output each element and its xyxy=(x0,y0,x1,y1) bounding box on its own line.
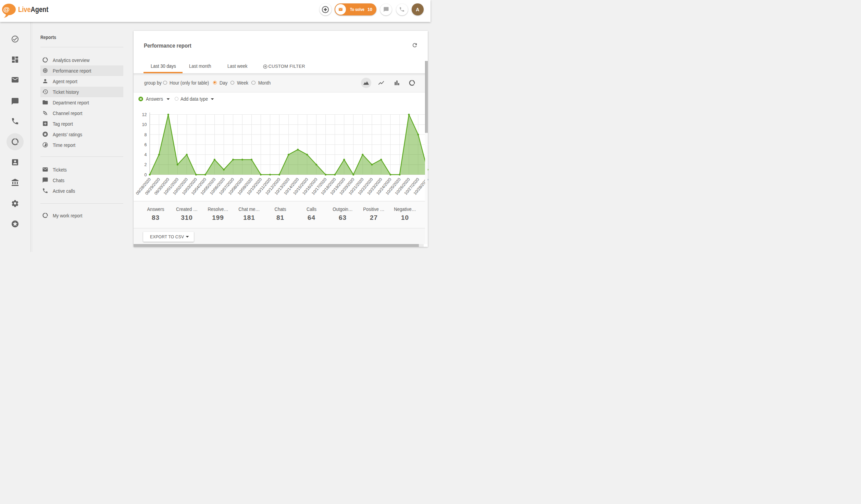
svg-text:8: 8 xyxy=(144,133,147,137)
svg-text:6: 6 xyxy=(144,142,147,147)
svg-text:0: 0 xyxy=(144,173,147,177)
svg-text:4: 4 xyxy=(144,152,147,157)
svg-text:10: 10 xyxy=(142,122,147,127)
svg-text:2: 2 xyxy=(144,162,147,167)
svg-text:12: 12 xyxy=(142,112,147,117)
svg-text:@: @ xyxy=(3,6,10,13)
